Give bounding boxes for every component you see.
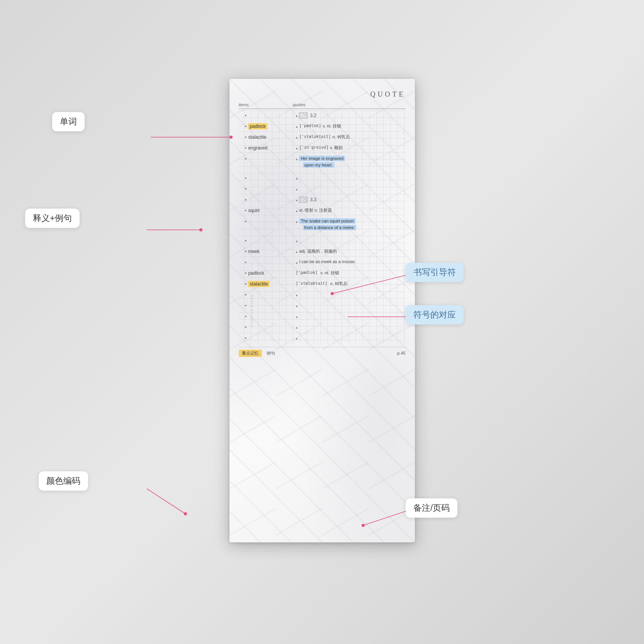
- bullet-qstalactite: •: [296, 135, 298, 141]
- bullet-squirt: •: [245, 207, 247, 214]
- word-padlock: padlock: [248, 123, 267, 129]
- word-stalactite-2: stalactite: [248, 281, 269, 287]
- annotation-page: 备注/页码: [406, 498, 457, 518]
- col-items-header: items: [239, 102, 293, 107]
- quotes-spacer-2: •: [293, 184, 406, 195]
- items-spacer-2: •: [239, 184, 293, 194]
- quotes-spacer-3: •: [293, 236, 406, 246]
- pos-padlock: v. nt. 挂锁: [323, 123, 341, 129]
- row-squirt: • squirt • vt. 喷射 n. 注射器: [239, 206, 406, 216]
- word-padlock-2: padlock: [248, 270, 264, 276]
- row-padlock: • padlock • ['pædlok] v. nt. 挂锁: [239, 121, 406, 132]
- items-cell-empty-1: •: [239, 110, 293, 121]
- bullet-padlock: •: [245, 123, 247, 129]
- spacer-1: • •: [239, 173, 406, 184]
- row-meek: • meek • adj. 温顺的，驯服的: [239, 246, 406, 257]
- bullet-qsp3: •: [296, 238, 298, 245]
- items-squirt-example: •: [239, 216, 293, 226]
- tag-key-memory: 重点记忆: [239, 350, 262, 357]
- items-cell-empty-33: •: [239, 195, 293, 205]
- phonetic-stalactite-2: ['stælәktait]: [296, 281, 328, 285]
- items-spacer-3: •: [239, 236, 293, 246]
- bullet-engraved: •: [245, 145, 247, 151]
- quotes-spacer-1: •: [293, 173, 406, 184]
- footer-tags: 重点记忆 例句: [239, 350, 277, 357]
- word-stalactite: stalactite: [248, 134, 266, 140]
- quotes-meek: • adj. 温顺的，驯服的: [293, 246, 406, 257]
- annotation-color: 颜色编码: [39, 471, 88, 491]
- items-meek: • meek: [239, 246, 293, 257]
- row-engraved-example: • • Her image is engraved upon my heart.: [239, 154, 406, 173]
- row-padlock-2: • padlock ['pædlok] v. nt. 挂锁: [239, 268, 406, 279]
- example-squirt-line2: from a distance of a metre.: [303, 225, 357, 230]
- annotation-guide: 书写引导符: [406, 263, 464, 282]
- bullet-sp3: •: [245, 238, 247, 244]
- column-headers: items quotes: [239, 102, 406, 109]
- bullet-qengraved-ex: •: [296, 156, 298, 163]
- row-meek-example: • • I can be as meek as a mouse.: [239, 257, 406, 268]
- pos-squirt: vt. 喷射 n. 注射器: [299, 207, 332, 213]
- bullet-stalactite: •: [245, 134, 247, 140]
- quotes-cell-33: • 3.3: [293, 195, 406, 206]
- example-engraved-line2: upon my heart.: [303, 162, 334, 168]
- bullet-sp1: •: [245, 175, 247, 181]
- bullet-squirt-ex: •: [245, 218, 247, 224]
- pos-padlock-2: v. nt. 挂锁: [319, 270, 339, 276]
- quotes-squirt-example: • The snake can squirt poison from a dis…: [293, 216, 406, 232]
- bullet-qpadlock: •: [296, 124, 298, 130]
- bullet-engraved-ex: •: [245, 156, 247, 162]
- phonetic-padlock: ['pædlok]: [299, 123, 321, 128]
- spacer-5: • •: [239, 301, 406, 311]
- bullet-q33: •: [296, 197, 298, 204]
- spacer-8: • •: [239, 333, 406, 344]
- example-squirt-line1: The snake can squirt poison: [299, 218, 355, 224]
- annotation-word: 单词: [52, 112, 85, 131]
- word-engraved: engraved: [248, 145, 267, 151]
- row-squirt-example: • • The snake can squirt poison from a d…: [239, 216, 406, 236]
- page-number: p.45: [397, 351, 405, 355]
- grid-area: • • 3.2 • padlock • ['pædlok] v. nt.: [239, 110, 406, 344]
- row-engraved: • engraved • ['ɪn'greɪvd] v. 雕刻: [239, 143, 406, 154]
- quotes-engraved-example: • Her image is engraved upon my heart.: [293, 154, 406, 169]
- items-spacer-1: •: [239, 173, 293, 183]
- annotation-symbol: 符号的对应: [406, 305, 464, 325]
- paper-card: Pinkline Plans QUOTE items quotes • • 3.…: [229, 79, 415, 542]
- bullet-qsquirt: •: [296, 208, 298, 214]
- spacer-7: • •: [239, 322, 406, 333]
- row-stalactite: • stalactite • ['stælәktait] n. 钟乳石: [239, 132, 406, 143]
- quotes-padlock: • ['pædlok] v. nt. 挂锁: [293, 121, 406, 132]
- pos-stalactite: n. 钟乳石: [333, 134, 350, 140]
- spacer-2: • •: [239, 184, 406, 195]
- word-squirt: squirt: [248, 208, 259, 213]
- word-meek: meek: [248, 249, 259, 254]
- bullet-qsp2: •: [296, 187, 298, 193]
- tag-example: 例句: [265, 350, 277, 357]
- bullet-meek: •: [245, 248, 247, 255]
- items-meek-example: •: [239, 257, 293, 267]
- pos-meek: adj. 温顺的，驯服的: [299, 248, 337, 254]
- pos-stalactite-2: n. 钟乳石: [329, 281, 348, 287]
- quotes-stalactite: • ['stælәktait] n. 钟乳石: [293, 132, 406, 143]
- section-marker-33: • • 3.3: [239, 195, 406, 206]
- bullet-qmeek: •: [296, 249, 298, 255]
- bullet-padlock-2: •: [245, 270, 247, 276]
- phonetic-padlock-2: ['pædlok]: [296, 270, 318, 275]
- stripe-icon-32: [299, 112, 308, 119]
- footer: 重点记忆 例句 p.45: [239, 347, 406, 357]
- spacer-6: • •: [239, 311, 406, 322]
- quotes-padlock-2: ['pædlok] v. nt. 挂锁: [293, 268, 406, 278]
- items-stalactite: • stalactite: [239, 132, 293, 142]
- col-quotes-header: quotes: [293, 102, 406, 107]
- bullet-qsp1: •: [296, 176, 298, 182]
- items-padlock: • padlock: [239, 121, 293, 131]
- phonetic-engraved: ['ɪn'greɪvd]: [299, 145, 328, 150]
- bullet-33: •: [245, 197, 247, 203]
- spacer-4: • •: [239, 290, 406, 301]
- stripe-icon-33: [299, 197, 308, 203]
- bullet-qengraved: •: [296, 146, 298, 152]
- section-marker-33-label: 3.3: [299, 197, 316, 203]
- quote-header: QUOTE: [239, 90, 406, 99]
- spacer-3: • •: [239, 236, 406, 246]
- bullet-q1: •: [296, 113, 298, 119]
- items-squirt: • squirt: [239, 206, 293, 216]
